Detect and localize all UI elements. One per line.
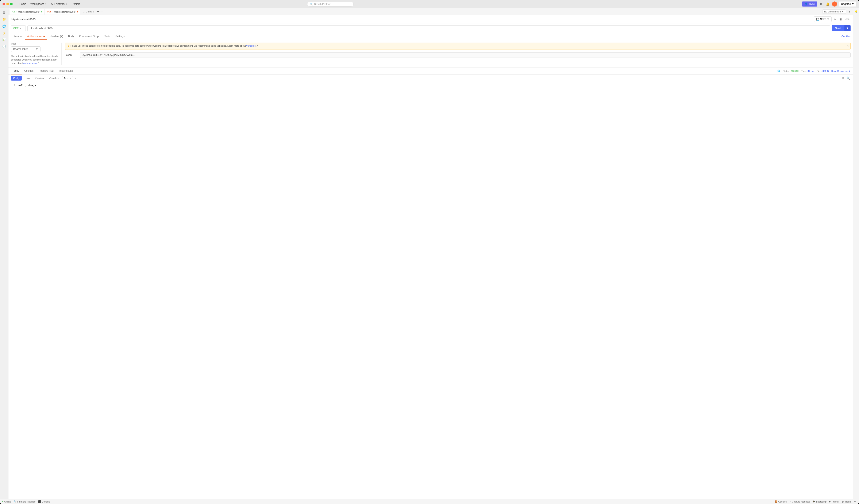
token-input[interactable] <box>80 52 850 58</box>
sidebar-environment-icon[interactable]: 🌐 <box>1 23 7 29</box>
add-tab-button[interactable]: + <box>96 10 100 14</box>
edit-button[interactable]: ✏ <box>833 17 837 22</box>
right-edge-panel: 💡 <box>853 8 859 499</box>
notifications-button[interactable]: 🔔 <box>825 1 830 6</box>
save-button[interactable]: 💾 Save ▼ <box>814 16 832 22</box>
nav-explore[interactable]: Explore <box>70 2 82 6</box>
tab-params[interactable]: Params <box>11 33 25 40</box>
env-settings-icon[interactable]: ⊞ <box>848 9 852 14</box>
tab-get-request[interactable]: GET http://localhost:8080/ <box>10 9 44 15</box>
copy-response-button[interactable]: ⧉ <box>842 76 845 80</box>
console-icon: ⬛ <box>38 500 41 503</box>
online-dot <box>2 501 3 502</box>
fmt-pretty[interactable]: Pretty <box>11 76 22 80</box>
request-tabs: Params Authorization Headers (7) Body Pr… <box>9 33 853 40</box>
resp-tab-headers[interactable]: Headers 11 <box>36 68 57 74</box>
save-arrow-icon: ▼ <box>827 18 829 21</box>
environment-select[interactable]: No Environment ▼ <box>822 10 846 14</box>
sidebar-history-icon[interactable]: 🕐 <box>1 43 7 49</box>
tab-authorization[interactable]: Authorization <box>25 33 47 40</box>
authorization-link[interactable]: authorization <box>24 62 37 64</box>
token-label: Token <box>65 54 78 57</box>
code-button[interactable]: </> <box>844 17 850 21</box>
nav-workspaces[interactable]: Workspaces ▼ <box>29 2 48 6</box>
resp-tab-cookies[interactable]: Cookies <box>22 68 36 74</box>
fmt-visualize[interactable]: Visualize <box>47 76 61 80</box>
upgrade-button[interactable]: Upgrade ▼ <box>839 1 857 7</box>
delete-button[interactable]: 🗑 <box>838 17 843 22</box>
format-type-select[interactable]: Text ▼ <box>62 76 73 80</box>
status-item[interactable]: Online <box>2 500 11 503</box>
request-title: http://localhost:8080/ <box>11 18 36 21</box>
resp-tab-body[interactable]: Body <box>11 68 22 74</box>
type-select[interactable]: Bearer Token ▼ <box>11 46 41 52</box>
invite-button[interactable]: 👤 Invite <box>802 1 817 6</box>
cookies-bottom-item[interactable]: 🍪 Cookies <box>774 500 787 503</box>
tab-headers[interactable]: Headers (7) <box>47 33 65 40</box>
search-response-button[interactable]: 🔍 <box>846 76 850 80</box>
nav-api-network[interactable]: API Network ▼ <box>49 2 70 6</box>
tab-post-request[interactable]: POST http://localhost:8080/ <box>45 9 80 15</box>
type-select-arrow: ▼ <box>36 48 38 51</box>
line-number-1: 1 <box>11 84 15 87</box>
response-line-1: 1 Hello, dvega <box>11 84 850 87</box>
maximize-button[interactable] <box>10 3 13 5</box>
fmt-raw[interactable]: Raw <box>22 76 32 80</box>
fmt-preview[interactable]: Preview <box>33 76 46 80</box>
sidebar-collection-icon[interactable]: 📁 <box>1 16 7 22</box>
request-actions: 💾 Save ▼ ✏ 🗑 </> <box>814 16 850 22</box>
auth-left: Type Bearer Token ▼ The authorization he… <box>11 43 62 65</box>
search-placeholder: Search Postman <box>314 3 331 5</box>
variables-link[interactable]: variables <box>246 45 256 47</box>
minimize-button[interactable] <box>6 3 9 5</box>
info-icon: ℹ <box>68 45 69 48</box>
find-replace-item[interactable]: 🔍 Find and Replace <box>14 500 35 503</box>
resp-tab-test-results[interactable]: Test Results <box>57 68 75 74</box>
auth-right: ℹ Heads up! These parameters hold sensit… <box>62 43 850 65</box>
nav-home[interactable]: Home <box>18 2 28 6</box>
nav-links: Home Workspaces ▼ API Network ▼ Explore <box>18 2 82 6</box>
bottom-settings-icon[interactable]: ⚙ <box>853 500 857 504</box>
send-group: Send ▼ <box>832 25 850 31</box>
fmt-select-arrow: ▼ <box>69 77 71 79</box>
request-header: http://localhost:8080/ 💾 Save ▼ ✏ 🗑 </> <box>9 15 853 24</box>
tab-globals[interactable]: ⬚ Globals <box>81 9 96 14</box>
console-item[interactable]: ⬛ Console <box>38 500 50 503</box>
cookies-link[interactable]: Cookies <box>842 35 850 38</box>
find-replace-icon: 🔍 <box>14 500 16 503</box>
banner-close-button[interactable]: ✕ <box>846 45 849 47</box>
more-tabs-button[interactable]: ··· <box>100 10 103 13</box>
capture-requests-item[interactable]: ⬆ Capture requests <box>789 500 810 503</box>
tab-body[interactable]: Body <box>65 33 76 40</box>
method-select[interactable]: GET ▼ <box>11 25 26 31</box>
search-bar[interactable]: 🔍 Search Postman <box>307 2 353 6</box>
tab-tests[interactable]: Tests <box>102 33 113 40</box>
right-panel-button[interactable]: 💡 <box>854 10 858 14</box>
bootcamp-icon: 🎓 <box>812 500 815 503</box>
format-lines-button[interactable]: ≡ <box>74 76 77 80</box>
tab-settings[interactable]: Settings <box>113 33 127 40</box>
send-dropdown-button[interactable]: ▼ <box>844 25 850 31</box>
avatar[interactable]: D <box>832 1 837 6</box>
sidebar-monitor-icon[interactable]: 📊 <box>1 37 7 43</box>
response-section: Body Cookies Headers 11 Test Results 🌐 S… <box>9 68 853 499</box>
send-button[interactable]: Send <box>832 25 844 31</box>
trash-icon: 🗑 <box>842 500 844 503</box>
save-icon: 💾 <box>816 18 819 21</box>
traffic-lights <box>2 3 13 5</box>
tabs-bar: GET http://localhost:8080/ POST http://l… <box>9 8 853 15</box>
save-response-button[interactable]: Save Response ▼ <box>831 70 850 72</box>
time-value: 32 ms <box>808 70 814 72</box>
url-input[interactable] <box>27 25 830 31</box>
runner-icon: ▶ <box>829 500 831 503</box>
tab-pre-request[interactable]: Pre-request Script <box>76 33 102 40</box>
trash-item[interactable]: 🗑 Trash <box>842 500 851 503</box>
runner-item[interactable]: ▶ Runner <box>829 500 839 503</box>
bootcamp-item[interactable]: 🎓 Bootcamp <box>812 500 827 503</box>
close-button[interactable] <box>2 3 5 5</box>
settings-button[interactable]: ⚙ <box>819 1 823 6</box>
sidebar-mock-icon[interactable]: ⚡ <box>1 30 7 36</box>
type-label: Type <box>11 43 59 45</box>
response-body: 1 Hello, dvega <box>9 82 853 499</box>
sidebar-new-request-icon[interactable]: ☰ <box>1 10 7 16</box>
